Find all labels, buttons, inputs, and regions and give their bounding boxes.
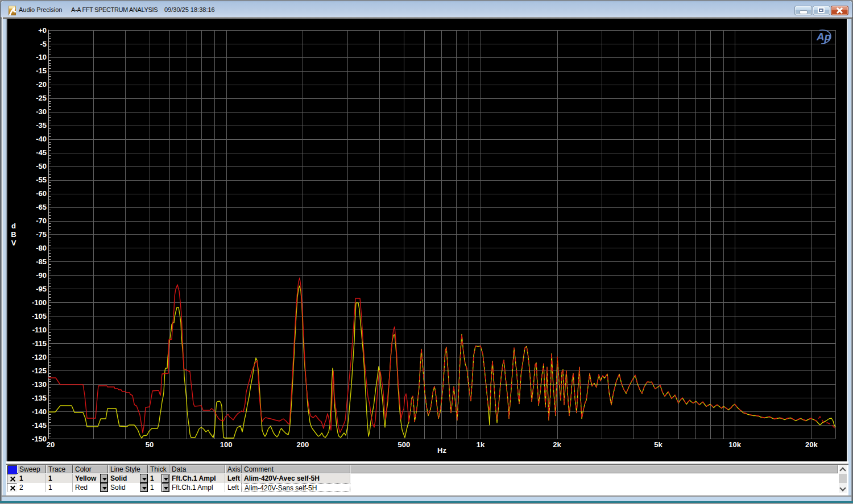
svg-text:-70: -70 [36, 216, 47, 225]
svg-text:+0: +0 [38, 26, 47, 35]
svg-text:-20: -20 [36, 80, 47, 89]
svg-text:500: 500 [397, 440, 410, 449]
svg-text:-90: -90 [36, 271, 47, 280]
svg-text:-115: -115 [32, 339, 47, 348]
svg-text:Hz: Hz [437, 446, 446, 455]
svg-text:-55: -55 [36, 176, 47, 184]
svg-text:-65: -65 [36, 203, 47, 211]
svg-text:-60: -60 [36, 189, 47, 198]
svg-text:-135: -135 [32, 394, 47, 402]
svg-text:100: 100 [220, 440, 233, 449]
svg-text:10k: 10k [728, 440, 741, 449]
svg-text:-45: -45 [36, 148, 47, 157]
svg-text:2k: 2k [553, 440, 561, 449]
svg-text:-85: -85 [36, 257, 47, 266]
svg-text:-110: -110 [32, 326, 47, 334]
svg-text:50: 50 [146, 440, 154, 449]
svg-text:-30: -30 [36, 107, 47, 116]
svg-text:-100: -100 [32, 298, 47, 307]
svg-text:20: 20 [47, 440, 55, 449]
svg-text:-50: -50 [36, 162, 47, 170]
svg-text:5k: 5k [654, 440, 662, 449]
svg-text:-125: -125 [32, 366, 47, 375]
svg-text:-145: -145 [32, 421, 47, 430]
svg-text:-95: -95 [36, 285, 47, 293]
svg-text:200: 200 [296, 440, 309, 449]
svg-text:-150: -150 [32, 435, 47, 443]
svg-text:B: B [11, 230, 16, 239]
svg-text:V: V [11, 239, 16, 247]
svg-text:-105: -105 [32, 312, 47, 320]
svg-text:-25: -25 [36, 94, 47, 102]
svg-text:-15: -15 [36, 66, 47, 75]
svg-text:-120: -120 [32, 353, 47, 361]
svg-text:d: d [11, 222, 16, 230]
svg-text:-35: -35 [36, 121, 47, 130]
svg-text:20k: 20k [805, 440, 818, 449]
svg-text:-75: -75 [36, 230, 47, 239]
svg-text:-80: -80 [36, 244, 47, 252]
svg-text:-40: -40 [36, 135, 47, 143]
svg-text:-10: -10 [36, 53, 47, 61]
svg-text:-140: -140 [32, 407, 47, 416]
svg-text:-5: -5 [40, 40, 47, 48]
svg-text:1k: 1k [477, 440, 485, 449]
svg-text:-130: -130 [32, 380, 47, 389]
